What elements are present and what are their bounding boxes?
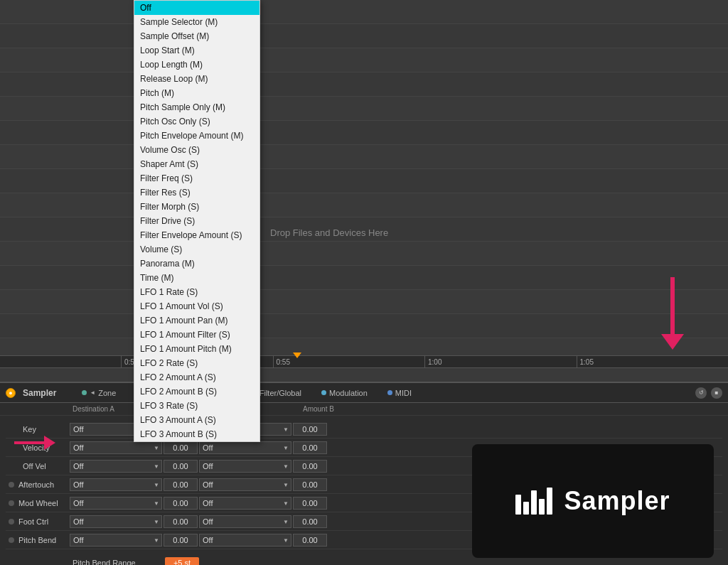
mod-label-text: Off Vel	[23, 462, 46, 470]
dropdown-item[interactable]: Filter Freq (S)	[134, 171, 259, 185]
dropdown-item[interactable]: Loop Length (M)	[134, 58, 259, 72]
mod-amount-a-input[interactable]	[164, 478, 198, 491]
sampler-bar	[515, 495, 521, 515]
mod-dest-b-select[interactable]: Off	[199, 515, 291, 528]
dropdown-menu[interactable]: OffSample Selector (M)Sample Offset (M)L…	[134, 0, 260, 442]
mod-amount-b-input[interactable]	[293, 441, 327, 454]
device-refresh-icon[interactable]: ↺	[695, 387, 707, 399]
track-line	[0, 193, 728, 217]
mod-amount-b-input[interactable]	[293, 423, 327, 436]
track-line	[0, 290, 728, 314]
mod-dest-b-wrap: Off▼	[199, 515, 291, 528]
mod-row-led[interactable]	[9, 537, 14, 543]
pitch-bend-value[interactable]: +5 st	[165, 557, 199, 565]
device-power-button[interactable]: ●	[6, 388, 16, 398]
device-tab-zone[interactable]: ◄Zone	[77, 387, 120, 399]
dropdown-item[interactable]: LFO 2 Amount A (S)	[134, 370, 259, 384]
dropdown-item[interactable]: LFO 1 Amount Filter (S)	[134, 328, 259, 342]
mod-row-label: Aftertouch	[6, 480, 70, 489]
mod-amount-a-input[interactable]	[164, 515, 198, 528]
dropdown-item[interactable]: Loop Start (M)	[134, 43, 259, 58]
mod-amount-b-input[interactable]	[293, 534, 327, 547]
sampler-bars-icon	[515, 488, 552, 515]
col-header-amount-b: Amount B	[303, 405, 340, 413]
mod-dest-b-wrap: Off▼	[199, 497, 291, 510]
dropdown-item[interactable]: Sample Offset (M)	[134, 29, 259, 43]
mod-dest-b-select[interactable]: Off	[199, 497, 291, 510]
device-tab-modulation[interactable]: Modulation	[317, 387, 372, 399]
mod-amount-a-input[interactable]	[164, 534, 198, 547]
mod-dest-a-select[interactable]: Off	[70, 515, 162, 528]
track-line	[0, 242, 728, 266]
ruler-mark: 1:00	[424, 356, 577, 367]
arrow-shaft-v	[670, 277, 675, 334]
tab-label: Zone	[98, 389, 116, 397]
mod-amount-b-input[interactable]	[293, 497, 327, 510]
dropdown-item[interactable]: Pitch Osc Only (S)	[134, 114, 259, 129]
tab-dot-green	[82, 390, 87, 395]
dropdown-item[interactable]: Pitch (M)	[134, 86, 259, 100]
mod-label-text: Key	[23, 425, 36, 434]
sampler-logo-box: Sampler	[472, 444, 714, 558]
dropdown-item[interactable]: LFO 3 Amount B (S)	[134, 427, 259, 441]
dropdown-item[interactable]: Pitch Envelope Amount (M)	[134, 129, 259, 143]
dropdown-item[interactable]: Volume Osc (S)	[134, 143, 259, 157]
mod-row-led[interactable]	[9, 482, 14, 488]
dropdown-item[interactable]: LFO 3 Amount A (S)	[134, 413, 259, 427]
mod-row-led[interactable]	[9, 500, 14, 506]
mod-dest-b-select[interactable]: Off	[199, 478, 291, 491]
dropdown-item[interactable]: Filter Morph (S)	[134, 200, 259, 214]
dropdown-item[interactable]: Filter Res (S)	[134, 185, 259, 200]
dropdown-item[interactable]: Release Loop (M)	[134, 72, 259, 86]
mod-row-led[interactable]	[9, 519, 14, 524]
mod-dest-b-select[interactable]: Off	[199, 534, 291, 547]
sampler-bar	[539, 499, 545, 515]
mod-label-text: Aftertouch	[18, 480, 54, 489]
device-settings-icon[interactable]: ■	[711, 387, 722, 399]
dropdown-item[interactable]: LFO 1 Amount Pan (M)	[134, 313, 259, 328]
mod-dest-a-select[interactable]: Off	[70, 460, 162, 473]
dropdown-item[interactable]: Shaper Amt (S)	[134, 157, 259, 171]
dropdown-item[interactable]: Sample Selector (M)	[134, 15, 259, 29]
mod-dest-a-select[interactable]: Off	[70, 497, 162, 510]
dropdown-item[interactable]: LFO 1 Rate (S)	[134, 285, 259, 299]
mod-amount-a-input[interactable]	[164, 441, 198, 454]
mod-amount-b-input[interactable]	[293, 478, 327, 491]
mod-dest-b-select[interactable]: Off	[199, 460, 291, 473]
dropdown-item[interactable]: LFO 2 Amount B (S)	[134, 384, 259, 399]
dropdown-item[interactable]: Volume (S)	[134, 242, 259, 257]
mod-dest-a-select[interactable]: Off	[70, 441, 162, 454]
mod-amount-a-input[interactable]	[164, 460, 198, 473]
dropdown-item[interactable]: Filter Envelope Amount (S)	[134, 228, 259, 242]
dropdown-item[interactable]: LFO 3 Rate (S)	[134, 399, 259, 413]
ruler-mark: 1:05	[577, 356, 729, 367]
mod-dest-a-wrap: Off▼	[70, 497, 162, 510]
mod-amount-b-input[interactable]	[293, 460, 327, 473]
mod-dest-b-select[interactable]: Off	[199, 441, 291, 454]
dropdown-item[interactable]: Pitch Sample Only (M)	[134, 100, 259, 114]
device-tab-midi[interactable]: MIDI	[383, 387, 416, 399]
device-icons: ↺ ■	[695, 387, 722, 399]
midi-arrow-indicator	[661, 277, 684, 350]
dropdown-item[interactable]: Time (M)	[134, 271, 259, 285]
playhead-marker	[293, 353, 301, 358]
mod-dest-a-wrap: Off▼	[70, 534, 162, 547]
mod-amount-b-input[interactable]	[293, 515, 327, 528]
dropdown-item[interactable]: LFO 1 Amount Vol (S)	[134, 299, 259, 313]
track-line	[0, 48, 728, 72]
dropdown-item[interactable]: Panorama (M)	[134, 257, 259, 271]
dropdown-item[interactable]: LFO 1 Amount Pitch (M)	[134, 342, 259, 356]
arrow-down	[661, 277, 684, 350]
mod-dest-a-select[interactable]: Off	[70, 534, 162, 547]
tab-dot-cyan	[321, 390, 326, 395]
dropdown-item[interactable]: LFO 2 Rate (S)	[134, 356, 259, 370]
mod-dest-b-wrap: Off▼	[199, 460, 291, 473]
mod-amount-a-input[interactable]	[164, 497, 198, 510]
mod-dest-b-wrap: Off▼	[199, 478, 291, 491]
track-line	[0, 97, 728, 121]
mod-dest-a-select[interactable]: Off	[70, 478, 162, 491]
dropdown-item[interactable]: Filter Drive (S)	[134, 214, 259, 228]
mod-dest-a-wrap: Off▼	[70, 515, 162, 528]
track-line	[0, 145, 728, 169]
dropdown-item[interactable]: Off	[134, 1, 259, 15]
